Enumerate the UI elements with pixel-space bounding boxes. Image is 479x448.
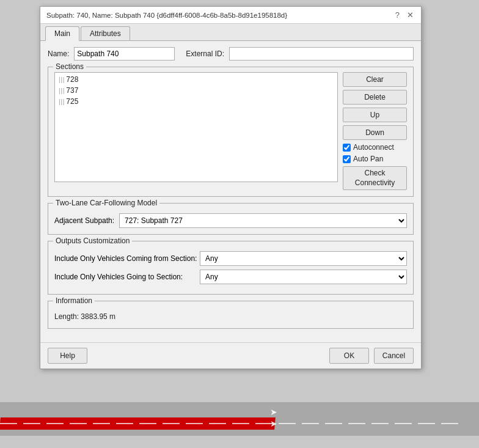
help-footer-button[interactable]: Help xyxy=(48,348,87,364)
to-section-row: Include Only Vehicles Going to Section: … xyxy=(54,270,407,284)
close-button[interactable]: ✕ xyxy=(406,10,415,20)
outputs-group: Outputs Customization Include Only Vehic… xyxy=(48,241,414,295)
dash xyxy=(46,423,64,424)
main-dialog: Subpath: 740, Name: Subpath 740 {d6dff4f… xyxy=(40,6,422,369)
dash xyxy=(93,423,110,424)
footer: Help OK Cancel xyxy=(40,342,421,369)
name-input[interactable] xyxy=(74,47,175,61)
adjacent-row: Adjacent Subpath: 727: Subpath 727 xyxy=(54,213,407,228)
dash xyxy=(418,423,435,424)
autoconnect-checkbox[interactable] xyxy=(343,144,351,152)
external-id-label: External ID: xyxy=(186,50,224,58)
arrow-1: ➤ xyxy=(270,407,277,417)
two-lane-group-label: Two-Lane Car-Following Model xyxy=(53,199,159,207)
from-section-row: Include Only Vehicles Coming from Sectio… xyxy=(54,251,407,266)
dash xyxy=(348,423,365,424)
dialog-title: Subpath: 740, Name: Subpath 740 {d6dff4f… xyxy=(46,12,287,19)
section-value-725: 725 xyxy=(66,97,78,106)
dash xyxy=(302,423,319,424)
up-button[interactable]: Up xyxy=(343,108,407,122)
length-text: Length: 3883.95 m xyxy=(54,311,407,322)
delete-button[interactable]: Delete xyxy=(343,90,407,105)
dash xyxy=(279,423,296,424)
dash xyxy=(371,423,389,424)
sections-buttons: Clear Delete Up Down Autoconnect Auto Pa… xyxy=(343,72,407,190)
check-connectivity-button[interactable]: Check Connectivity xyxy=(343,166,407,190)
external-id-input[interactable] xyxy=(229,47,414,61)
dash xyxy=(23,423,40,424)
name-label: Name: xyxy=(48,50,69,58)
main-content: Name: External ID: Sections | | | 728 | … xyxy=(40,41,421,342)
arrows-row: ➤ ➤ xyxy=(270,407,277,428)
from-section-label: Include Only Vehicles Coming from Sectio… xyxy=(54,254,195,263)
from-section-select[interactable]: Any xyxy=(200,251,407,266)
dash xyxy=(70,423,87,424)
outputs-group-label: Outputs Customization xyxy=(53,237,132,245)
auto-pan-checkbox[interactable] xyxy=(343,155,351,163)
section-icon-737: | | | xyxy=(59,87,64,94)
section-item-728[interactable]: | | | 728 xyxy=(56,74,336,85)
information-group: Information Length: 3883.95 m xyxy=(48,301,414,329)
arrow-2: ➤ xyxy=(270,419,277,428)
tab-attributes[interactable]: Attributes xyxy=(81,26,130,40)
dash xyxy=(116,423,133,424)
ok-button[interactable]: OK xyxy=(329,348,369,364)
section-value-728: 728 xyxy=(66,75,78,84)
dash xyxy=(186,423,203,424)
section-value-737: 737 xyxy=(66,86,78,95)
adjacent-label: Adjacent Subpath: xyxy=(54,216,114,225)
dash xyxy=(441,423,458,424)
tab-bar: Main Attributes xyxy=(40,24,421,41)
title-bar: Subpath: 740, Name: Subpath 740 {d6dff4f… xyxy=(40,7,421,24)
road-background: ➤ ➤ xyxy=(0,375,479,448)
name-row: Name: External ID: xyxy=(48,47,414,61)
autoconnect-row: Autoconnect xyxy=(343,143,407,152)
down-button[interactable]: Down xyxy=(343,125,407,140)
dash xyxy=(209,423,226,424)
to-section-label: Include Only Vehicles Going to Section: xyxy=(54,273,195,281)
dash xyxy=(163,423,180,424)
help-button[interactable]: ? xyxy=(394,10,401,20)
sections-group: Sections | | | 728 | | | 737 | | | 725 xyxy=(48,67,414,197)
sections-list[interactable]: | | | 728 | | | 737 | | | 725 xyxy=(54,72,338,182)
section-icon-728: | | | xyxy=(59,76,64,83)
section-icon-725: | | | xyxy=(59,98,64,105)
section-item-725[interactable]: | | | 725 xyxy=(56,96,336,107)
dash xyxy=(232,423,249,424)
adjacent-select[interactable]: 727: Subpath 727 xyxy=(119,213,407,228)
auto-pan-row: Auto Pan xyxy=(343,155,407,163)
two-lane-group: Two-Lane Car-Following Model Adjacent Su… xyxy=(48,203,414,235)
footer-right: OK Cancel xyxy=(329,348,414,364)
title-controls: ? ✕ xyxy=(394,10,415,20)
dash xyxy=(139,423,156,424)
section-item-737[interactable]: | | | 737 xyxy=(56,85,336,96)
road-dashes xyxy=(0,422,479,425)
sections-group-label: Sections xyxy=(53,62,86,71)
information-group-label: Information xyxy=(53,296,95,305)
clear-button[interactable]: Clear xyxy=(343,72,407,87)
autoconnect-label: Autoconnect xyxy=(353,143,394,152)
cancel-button[interactable]: Cancel xyxy=(374,348,414,364)
to-section-select[interactable]: Any xyxy=(200,270,407,284)
dash xyxy=(325,423,342,424)
dash xyxy=(395,423,412,424)
dash xyxy=(0,423,17,424)
auto-pan-label: Auto Pan xyxy=(353,155,383,163)
tab-main[interactable]: Main xyxy=(45,26,79,41)
sections-row: | | | 728 | | | 737 | | | 725 Clear Dele… xyxy=(54,72,407,190)
